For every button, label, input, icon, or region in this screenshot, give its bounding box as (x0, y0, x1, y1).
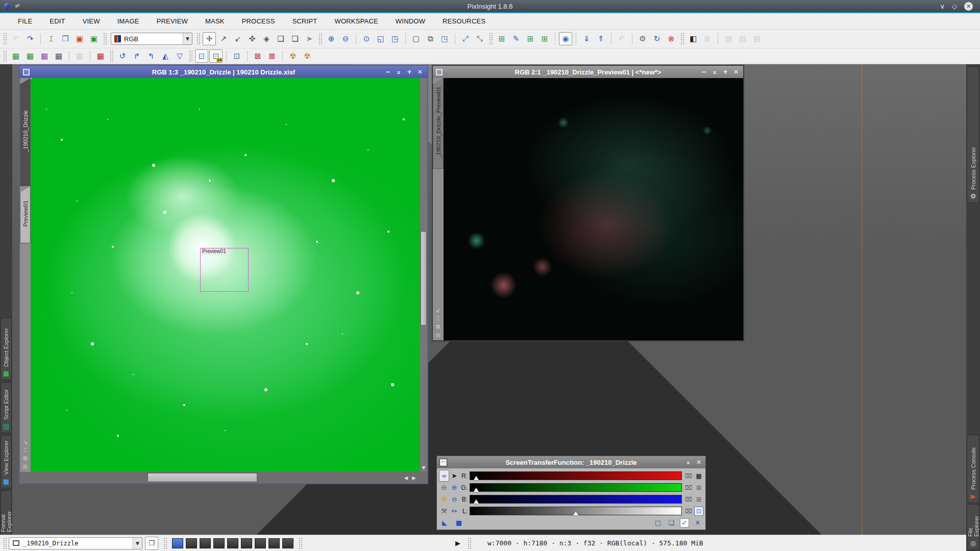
apply-stf-icon[interactable]: ⊡ (230, 49, 243, 63)
layers-icon[interactable]: ⧉ (23, 455, 28, 462)
clear-stf-all-icon[interactable]: ⊠ (265, 49, 279, 63)
vertical-scrollbar[interactable]: ▼ (420, 78, 427, 472)
window-titlebar[interactable]: RGB 2:1 _190210_Drizzle_Preview01 | <*ne… (433, 66, 743, 78)
horizontal-scrollbar[interactable]: ◀▶ (20, 472, 420, 483)
titlebar-collapse-button[interactable]: ∨ (940, 3, 945, 10)
stf-marker[interactable] (573, 511, 578, 515)
workspace-4[interactable] (213, 538, 225, 548)
chevron-down-icon[interactable]: ▼ (183, 33, 192, 44)
new-image-icon[interactable]: ▣ (73, 32, 86, 45)
dock-tab-file-explorer[interactable]: File Explorer ◍ (967, 504, 979, 550)
menu-item[interactable]: PREVIEW (148, 17, 197, 25)
vertical-scroll-thumb[interactable] (421, 231, 427, 325)
edit-mode-icon[interactable]: ➤ (449, 470, 459, 482)
stf-close-button[interactable]: ✕ (696, 459, 701, 466)
stf-slider-r[interactable] (470, 471, 682, 480)
edit-identifier-icon[interactable]: ⌶ (44, 32, 58, 45)
clear-stf-icon[interactable]: ⊠ (251, 49, 264, 63)
undo-icon[interactable]: ↶ (9, 32, 22, 45)
link-rgb-icon[interactable]: ∞ (439, 470, 449, 482)
workspace-5[interactable] (227, 538, 238, 548)
window-shade-button[interactable]: ⌅ (712, 68, 717, 76)
shrink-window-icon[interactable]: ⤡ (473, 32, 486, 45)
chevron-down-icon[interactable]: ▼ (133, 538, 142, 549)
horizontal-scroll-thumb[interactable] (148, 473, 257, 482)
expand-arrows-icon[interactable]: ↗ (217, 32, 230, 45)
move-arrows-icon[interactable]: ✜ (246, 32, 259, 45)
new-preview-icon[interactable]: ⊞ (495, 32, 508, 45)
window-iconize-button[interactable]: + (407, 68, 412, 76)
workspace-save-all-icon[interactable]: ▦ (73, 49, 86, 63)
frame-icon[interactable]: ⌶ (436, 315, 440, 322)
rotate-90cw-icon[interactable]: ↱ (130, 49, 143, 63)
titlebar-maximize-button[interactable]: ◇ (952, 3, 957, 10)
menu-item[interactable]: WORKSPACE (326, 17, 387, 25)
shrink-icon[interactable]: ✕ (693, 518, 702, 528)
stf-marker[interactable] (474, 488, 479, 492)
new-instance-icon[interactable]: ◣ (440, 518, 449, 528)
view-tab-preview01[interactable]: Preview01 (20, 186, 31, 243)
view-selector[interactable]: _190210_Drizzle ▼ (9, 537, 142, 549)
reset-channel-icon[interactable]: ⌧ (684, 507, 693, 516)
titlebar-close-button[interactable]: ✕ (964, 2, 973, 11)
reset-channel-icon[interactable]: ⌧ (684, 483, 693, 492)
window-titlebar[interactable]: RGB 1:3 _190210_Drizzle | 190210 Drizzle… (20, 66, 427, 78)
fill-view-icon[interactable]: ◳ (388, 32, 402, 45)
dock-tab-process-explorer[interactable]: Process Explorer ⚙ (967, 66, 979, 203)
menu-item[interactable]: IMAGE (109, 17, 148, 25)
dock-tab-script-editor[interactable]: Script Editor ▤ (1, 382, 12, 433)
flip-vertical-icon[interactable]: ▽ (173, 49, 186, 63)
remove-mask-icon[interactable]: ⊠ (701, 32, 714, 45)
fit-view-icon[interactable]: ◱ (374, 32, 387, 45)
process-delete-icon[interactable]: ⊗ (665, 32, 678, 45)
grid-arrows-icon[interactable]: ⊞ (694, 495, 703, 504)
image-canvas[interactable] (444, 78, 743, 340)
diamond-arrows-icon[interactable]: ◈ (260, 32, 273, 45)
reset-channel-icon[interactable]: ⌧ (684, 495, 693, 504)
stf-slider-l[interactable] (470, 507, 682, 515)
show-mask-icon[interactable]: ◧ (687, 32, 700, 45)
window-select-button[interactable]: ❐ (145, 537, 158, 550)
select-region-icon[interactable]: ▢ (409, 32, 423, 45)
menu-item[interactable]: SCRIPT (284, 17, 326, 25)
stf-marker[interactable] (474, 476, 479, 480)
screen-icon[interactable]: ⊡ (694, 507, 703, 516)
restore-preview-icon[interactable]: ⇑ (594, 32, 607, 45)
zoom-out-icon[interactable]: ⊖ (449, 493, 459, 505)
track-view-toggle[interactable]: ✓ (680, 518, 689, 528)
dock-tab-view-explorer[interactable]: View Explorer ■ (1, 435, 12, 488)
scroll-right-button[interactable]: ▶ (412, 475, 416, 481)
stf-shade-button[interactable]: ⌅ (685, 459, 691, 466)
menu-item[interactable]: FILE (9, 17, 41, 25)
view-tab-preview[interactable]: _190210_Drizzle_Preview01 (433, 78, 444, 169)
stf-slider-g[interactable] (470, 483, 682, 492)
window-minimize-button[interactable]: − (701, 68, 706, 76)
stf-titlebar[interactable]: ◠ ScreenTransferFunction: _190210_Drizzl… (437, 456, 705, 468)
workspace-list-icon[interactable]: ▦ (52, 49, 65, 63)
image-canvas[interactable]: Preview01 (31, 78, 420, 472)
page-icon[interactable]: ❏ (274, 32, 287, 45)
workspace-new-icon[interactable]: ▦ (23, 49, 37, 63)
menu-item[interactable]: VIEW (74, 17, 109, 25)
cursor-icon[interactable]: ➤ (303, 32, 316, 45)
workspace-2[interactable] (186, 538, 197, 548)
frame-icon[interactable]: ⌶ (23, 447, 27, 454)
pan-mode-icon[interactable]: ✛ (203, 32, 216, 45)
workspace-close-icon[interactable]: ▦ (94, 49, 107, 63)
apply-icon[interactable]: ■ (454, 518, 463, 528)
dock-tab-process-console[interactable]: Process Console ▶ (967, 435, 979, 503)
workspace-9[interactable] (282, 538, 293, 548)
preview01-box[interactable]: Preview01 (200, 248, 249, 292)
workspace-6[interactable] (241, 538, 252, 548)
pan-horizontal-icon[interactable]: ↔ (449, 505, 459, 517)
zoom-1-1-icon[interactable]: ⊙ (360, 32, 373, 45)
screen-radiation-icon[interactable]: ☢ (286, 49, 300, 63)
undo-preview-icon[interactable]: ↶ (615, 32, 628, 45)
scroll-down-button[interactable]: ▼ (420, 464, 427, 472)
rotate-90ccw-icon[interactable]: ↰ (144, 49, 158, 63)
documentation-icon[interactable]: ❏ (667, 518, 676, 528)
scroll-left-button[interactable]: ◀ (404, 475, 408, 481)
flip-horizontal-icon[interactable]: ◭ (159, 49, 172, 63)
window-minimize-button[interactable]: − (385, 68, 390, 76)
zoom-out-mode-icon[interactable]: ⊖ (439, 482, 449, 493)
